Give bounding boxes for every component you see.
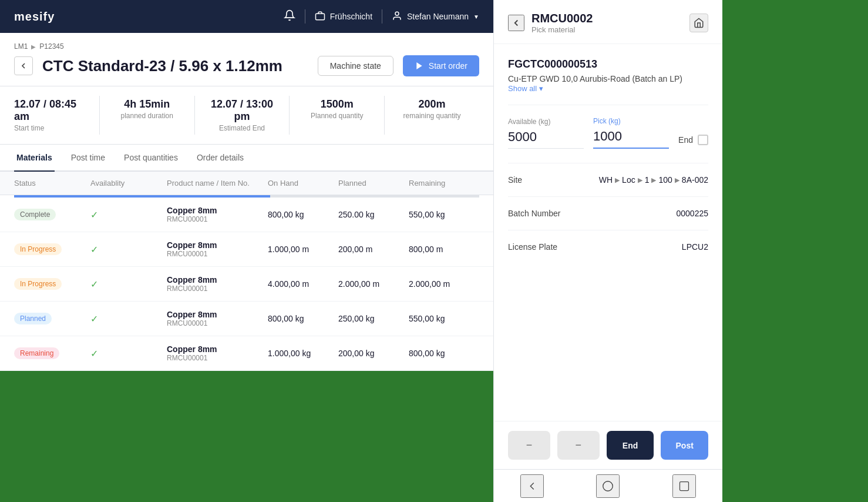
license-label: License Plate <box>508 242 557 252</box>
panel-back-button[interactable] <box>508 15 524 31</box>
materials-table: Status Availablity Product name / Item N… <box>0 172 493 371</box>
android-nav <box>494 469 722 502</box>
available-input-group: Available (kg) 5000 <box>508 118 584 149</box>
header-user[interactable]: Stefan Neumann ▼ <box>392 11 479 23</box>
product-cell: Copper 8mm RMCU00001 <box>167 344 268 362</box>
header-divider-2 <box>382 9 382 24</box>
tab-post-time[interactable]: Post time <box>69 145 107 172</box>
chevron-down-icon: ▾ <box>539 84 543 93</box>
batch-label: Batch Number <box>508 209 560 218</box>
panel-title: RMCU0002 <box>531 12 593 25</box>
tab-post-quantities[interactable]: Post quantities <box>122 145 180 172</box>
tab-order-details[interactable]: Order details <box>194 145 246 172</box>
col-availability: Availablity <box>90 179 167 188</box>
availability-cell: ✓ <box>90 244 167 255</box>
bell-icon[interactable] <box>284 9 295 24</box>
stat-duration: 4h 15min planned duration <box>100 96 195 135</box>
nav-recent-button[interactable] <box>672 474 696 498</box>
panel-home-button[interactable] <box>689 14 708 32</box>
table-row[interactable]: In Progress ✓ Copper 8mm RMCU00001 1.000… <box>0 232 493 267</box>
header-divider <box>305 9 305 24</box>
stat-remaining-qty-value: 200m <box>394 98 470 111</box>
stat-duration-value: 4h 15min <box>109 98 185 111</box>
stat-start-time-value: 12.07 / 08:45 am <box>14 98 90 123</box>
header-actions: Frühschicht Stefan Neumann ▼ <box>284 9 479 24</box>
user-icon <box>392 11 402 23</box>
col-product: Product name / Item No. <box>167 179 268 188</box>
license-value: LPCU2 <box>682 242 708 252</box>
nav-back-button[interactable] <box>520 474 544 498</box>
table-row[interactable]: In Progress ✓ Copper 8mm RMCU00001 4.000… <box>0 267 493 302</box>
tabs: Materials Post time Post quantities Orde… <box>0 145 493 172</box>
show-all-button[interactable]: Show all ▾ <box>508 84 543 93</box>
table-header: Status Availablity Product name / Item N… <box>0 172 493 195</box>
stat-estimated-end: 12.07 / 13:00 pm Estimated End <box>195 96 290 135</box>
user-label: Stefan Neumann <box>407 12 469 21</box>
svg-point-3 <box>603 481 613 491</box>
minus-button-2[interactable]: − <box>557 431 600 460</box>
site-label: Site <box>508 175 522 185</box>
stat-remaining-qty: 200m remaining quantity <box>385 96 479 135</box>
machine-state-button[interactable]: Machine state <box>318 56 393 76</box>
planned-cell: 200,00 kg <box>338 349 409 358</box>
site-chain-1: 1 <box>645 175 650 185</box>
product-cell: Copper 8mm RMCU00001 <box>167 310 268 327</box>
breadcrumb-order: P12345 <box>39 42 63 51</box>
site-chain: WH ▶ Loc ▶ 1 ▶ 100 ▶ 8A-002 <box>599 175 708 185</box>
app-header: mesify Frühschicht Ste <box>0 0 493 33</box>
table-row[interactable]: Complete ✓ Copper 8mm RMCU00001 800,00 k… <box>0 198 493 232</box>
status-badge: In Progress <box>14 278 62 290</box>
stat-start-time: 12.07 / 08:45 am Start time <box>14 96 100 135</box>
start-order-button[interactable]: Start order <box>403 55 479 76</box>
status-cell: Remaining <box>14 347 90 359</box>
onhand-cell: 1.000,00 kg <box>268 349 338 358</box>
onhand-cell: 4.000,00 m <box>268 279 338 289</box>
check-icon: ✓ <box>90 210 98 220</box>
status-cell: In Progress <box>14 243 90 255</box>
panel-divider-3 <box>508 196 708 197</box>
onhand-cell: 800,00 kg <box>268 314 338 323</box>
product-id: RMCU00001 <box>167 250 268 258</box>
material-desc-text: Cu-ETP GWD 10,0 Aurubis-Road (Batch an L… <box>508 74 682 83</box>
svg-rect-0 <box>315 14 324 20</box>
panel-title-group: RMCU0002 Pick material <box>531 12 593 34</box>
briefcase-icon <box>315 11 325 23</box>
end-checkbox[interactable] <box>698 135 708 145</box>
panel-divider <box>508 105 708 105</box>
svg-rect-4 <box>680 481 689 490</box>
license-detail-row: License Plate LPCU2 <box>508 242 708 252</box>
minus-button-1[interactable]: − <box>508 431 550 460</box>
back-button[interactable] <box>14 56 33 75</box>
availability-cell: ✓ <box>90 209 167 220</box>
pick-value[interactable]: 1000 <box>593 129 669 149</box>
table-row[interactable]: Remaining ✓ Copper 8mm RMCU00001 1.000,0… <box>0 336 493 371</box>
stat-planned-qty-label: Planned quantity <box>299 112 375 120</box>
stat-remaining-qty-label: remaining quantity <box>394 112 470 120</box>
start-order-label: Start order <box>429 61 467 71</box>
status-badge: Complete <box>14 209 56 220</box>
chain-arrow-4: ▶ <box>675 176 679 184</box>
planned-cell: 250,00 kg <box>338 314 409 323</box>
table-row[interactable]: Planned ✓ Copper 8mm RMCU00001 800,00 kg… <box>0 302 493 336</box>
stat-duration-label: planned duration <box>109 112 185 120</box>
input-row: Available (kg) 5000 Pick (kg) 1000 End <box>508 117 708 149</box>
post-button[interactable]: Post <box>661 431 708 460</box>
panel-subtitle: Pick material <box>531 25 593 34</box>
panel-title-row: RMCU0002 Pick material <box>508 12 593 34</box>
end-button[interactable]: End <box>607 431 654 460</box>
material-code: FGCTC000000513 <box>508 58 708 71</box>
availability-cell: ✓ <box>90 279 167 290</box>
nav-home-button[interactable] <box>596 474 620 498</box>
end-checkbox-group[interactable]: End <box>678 135 708 149</box>
panel-divider-4 <box>508 230 708 230</box>
check-icon: ✓ <box>90 245 98 255</box>
site-detail-row: Site WH ▶ Loc ▶ 1 ▶ 100 ▶ 8A-002 <box>508 175 708 185</box>
tab-materials[interactable]: Materials <box>14 145 55 172</box>
product-cell: Copper 8mm RMCU00001 <box>167 240 268 258</box>
product-id: RMCU00001 <box>167 215 268 223</box>
app-logo: mesify <box>14 10 55 24</box>
pick-input-group[interactable]: Pick (kg) 1000 <box>593 117 669 149</box>
stat-planned-qty-value: 1500m <box>299 98 375 111</box>
chevron-down-icon: ▼ <box>473 14 479 20</box>
site-chain-loc: Loc <box>622 175 635 185</box>
